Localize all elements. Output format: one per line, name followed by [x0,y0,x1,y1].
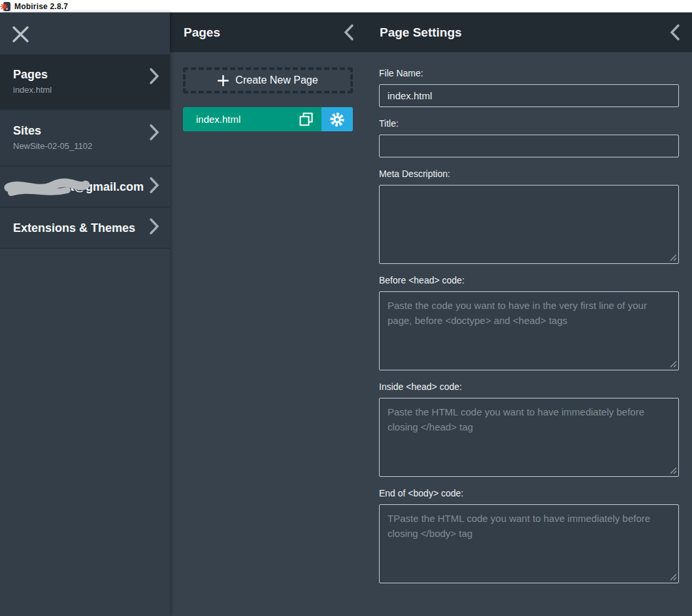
sidebar-item-sublabel: index.html [13,85,137,95]
gear-icon [329,112,345,127]
page-settings-header: Page Settings [366,12,692,52]
close-menu-button[interactable] [10,24,30,44]
page-name-label: index.html [183,114,297,125]
pages-panel: Pages Create New Page index.html [170,12,366,616]
sidebar-filler [0,249,170,616]
duplicate-page-button[interactable] [297,111,314,128]
sidebar-item-label: Pages [13,67,137,82]
sidebar-item-sublabel: NewSite-02-05_1102 [13,141,137,151]
before-head-code-label: Before <head> code: [379,275,679,285]
sidebar-item-label: Extensions & Themes [13,221,149,235]
main-sidebar: Pages index.html Sites NewSite-02-05_110… [0,12,170,616]
chevron-left-icon [670,24,680,41]
collapse-settings-panel-button[interactable] [668,24,682,42]
meta-description-textarea[interactable] [379,185,679,264]
pages-panel-body: Create New Page index.html [170,52,366,146]
end-body-code-textarea[interactable] [379,504,679,583]
file-name-input[interactable] [379,84,679,107]
plus-icon [218,75,229,86]
chevron-left-icon [344,24,354,41]
sidebar-item-label: Sites [13,123,137,138]
pages-panel-header: Pages [170,12,366,52]
inside-head-code-label: Inside <head> code: [379,381,679,392]
mobirise-logo-icon [2,2,11,11]
before-head-code-textarea[interactable] [379,291,679,370]
sidebar-item-sites[interactable]: Sites NewSite-02-05_1102 [0,110,170,165]
pages-panel-title: Pages [184,25,342,40]
chevron-right-icon [149,218,159,238]
collapse-pages-panel-button[interactable] [342,24,356,42]
meta-description-label: Meta Description: [379,169,679,179]
sidebar-item-account[interactable]: t@gmail.com [0,167,170,206]
sidebar-header [0,12,170,54]
chevron-right-icon [149,123,159,144]
create-new-page-label: Create New Page [235,74,318,86]
window-titlebar: Mobirise 2.8.7 [0,0,692,12]
account-email-label: t@gmail.com [70,180,144,194]
title-input[interactable] [379,135,679,157]
create-new-page-button[interactable]: Create New Page [183,67,353,93]
page-list-item-active[interactable]: index.html [183,107,353,131]
file-name-label: File Name: [379,68,679,78]
page-settings-button[interactable] [321,107,353,131]
chevron-right-icon [149,67,159,88]
page-settings-panel: Page Settings File Name: Title: Meta Des… [366,12,692,616]
end-body-code-label: End of <body> code: [379,488,679,498]
window-title: Mobirise 2.8.7 [14,2,68,11]
sidebar-item-extensions-themes[interactable]: Extensions & Themes [0,208,170,248]
page-settings-title: Page Settings [380,25,668,40]
duplicate-icon [298,111,314,127]
chevron-right-icon [149,176,159,197]
sidebar-item-pages[interactable]: Pages index.html [0,54,170,109]
inside-head-code-textarea[interactable] [379,398,679,477]
close-icon [12,25,29,43]
page-settings-form: File Name: Title: Meta Description: Befo… [366,52,692,594]
title-label: Title: [379,118,679,129]
